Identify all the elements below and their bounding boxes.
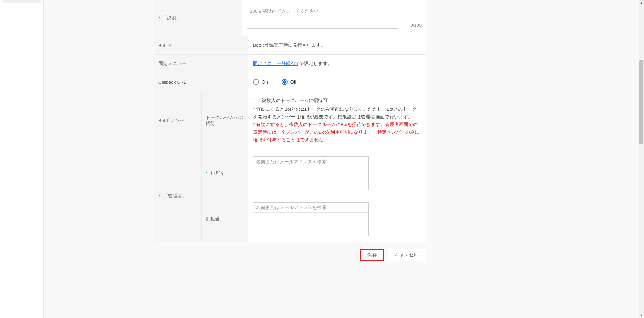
admin-nested-group: * 主担当 副担当 bbox=[201, 150, 426, 242]
label-secondary-text: 副担当 bbox=[206, 216, 220, 222]
primary-search-box bbox=[253, 156, 369, 190]
policy-checkbox-row: 複数人のトークルームに招待可 bbox=[253, 98, 422, 104]
policy-checkbox-label: 複数人のトークルームに招待可 bbox=[262, 98, 328, 104]
scroll-up-icon[interactable]: ▲ bbox=[639, 0, 644, 5]
secondary-search-input[interactable] bbox=[253, 203, 368, 213]
callback-on-item[interactable]: On bbox=[253, 79, 268, 85]
scroll-thumb[interactable] bbox=[639, 60, 643, 144]
required-mark-admin: * bbox=[158, 193, 160, 198]
description-wrap: 0/100 bbox=[247, 6, 422, 30]
row-admin: * 「管理者」 * 主担当 bbox=[154, 150, 426, 242]
row-description: * 「説明」 0/100 bbox=[154, 0, 426, 36]
sidebar-placeholder bbox=[3, 0, 41, 3]
label-admin-text: 「管理者」 bbox=[163, 193, 187, 198]
callback-off-label: Off bbox=[290, 79, 296, 85]
scroll-down-icon[interactable]: ▼ bbox=[639, 313, 644, 318]
label-bot-id-text: Bot ID bbox=[158, 43, 171, 48]
row-policy: Botポリシー トークルームへの招待 複数人のトークルームに招待可 * 無効にす… bbox=[154, 91, 426, 150]
admin-primary-row: * 主担当 bbox=[201, 150, 426, 196]
fixed-menu-suffix: で設定します。 bbox=[298, 61, 332, 66]
fixed-menu-api-link[interactable]: 固定メニュー登録API bbox=[253, 61, 298, 66]
policy-note-red: * 有効にすると、複数人のトークルームにBotを招待できます。管理者画面での設定… bbox=[253, 121, 422, 144]
row-fixed-menu: 固定メニュー 固定メニュー登録API で設定します。 bbox=[154, 55, 426, 73]
callback-on-label: On bbox=[262, 79, 268, 85]
value-bot-id: Botの登録完了時に発行されます。 bbox=[248, 36, 426, 54]
label-policy-text: Botポリシー bbox=[158, 118, 184, 124]
label-fixed-menu: 固定メニュー bbox=[154, 55, 248, 73]
value-secondary bbox=[248, 196, 426, 242]
label-admin: * 「管理者」 bbox=[154, 150, 201, 242]
label-description-text: 「説明」 bbox=[162, 15, 181, 21]
secondary-search-box bbox=[253, 202, 369, 236]
button-row: 保存 キャンセル bbox=[154, 242, 631, 268]
description-textarea[interactable] bbox=[247, 6, 398, 29]
primary-search-input[interactable] bbox=[253, 157, 368, 167]
required-mark-primary: * bbox=[206, 171, 207, 176]
value-fixed-menu: 固定メニュー登録API で設定します。 bbox=[248, 55, 426, 73]
label-callback: Callback URL bbox=[154, 73, 248, 91]
row-callback: Callback URL On Off bbox=[154, 73, 426, 91]
label-policy-sub: トークルームへの招待 bbox=[201, 91, 248, 150]
admin-secondary-row: 副担当 bbox=[201, 196, 426, 242]
save-button[interactable]: 保存 bbox=[360, 249, 384, 261]
label-bot-id: Bot ID bbox=[154, 36, 248, 54]
callback-radio-row: On Off bbox=[253, 79, 422, 85]
row-bot-id: Bot ID Botの登録完了時に発行されます。 bbox=[154, 36, 426, 55]
sidebar bbox=[0, 0, 44, 318]
value-primary bbox=[248, 150, 426, 196]
label-primary-text: 主担当 bbox=[209, 170, 224, 176]
label-callback-text: Callback URL bbox=[158, 80, 186, 85]
main-content: * 「説明」 0/100 Bot ID Botの登録完了時に発行されます。 bbox=[44, 0, 644, 318]
form-container: * 「説明」 0/100 Bot ID Botの登録完了時に発行されます。 bbox=[154, 0, 426, 242]
label-fixed-menu-text: 固定メニュー bbox=[158, 61, 187, 67]
label-description: * 「説明」 bbox=[154, 0, 242, 36]
scrollbar[interactable]: ▲ ▼ bbox=[639, 0, 644, 318]
label-admin-wrap: * 「管理者」 bbox=[158, 193, 187, 199]
callback-on-radio[interactable] bbox=[253, 79, 259, 85]
cancel-button[interactable]: キャンセル bbox=[388, 249, 425, 261]
callback-off-item[interactable]: Off bbox=[282, 79, 296, 85]
label-primary: * 主担当 bbox=[201, 150, 248, 196]
value-policy: 複数人のトークルームに招待可 * 無効にするとBotとの1:1トークのみ可能にな… bbox=[248, 91, 426, 150]
label-policy: Botポリシー bbox=[154, 91, 201, 150]
value-description: 0/100 bbox=[242, 0, 426, 36]
value-callback: On Off bbox=[248, 73, 426, 91]
callback-off-radio[interactable] bbox=[282, 79, 288, 85]
description-counter: 0/100 bbox=[410, 23, 422, 28]
label-policy-sub-text: トークルームへの招待 bbox=[206, 115, 244, 127]
bot-id-text: Botの登録完了時に発行されます。 bbox=[253, 42, 422, 48]
fixed-menu-value: 固定メニュー登録API で設定します。 bbox=[253, 61, 422, 67]
required-mark: * bbox=[158, 15, 160, 20]
policy-note-black: * 無効にするとBotとの1:1トークのみ可能になります。ただし、Botとのトー… bbox=[253, 106, 422, 121]
policy-invite-checkbox[interactable] bbox=[253, 98, 258, 103]
label-secondary: 副担当 bbox=[201, 196, 248, 242]
